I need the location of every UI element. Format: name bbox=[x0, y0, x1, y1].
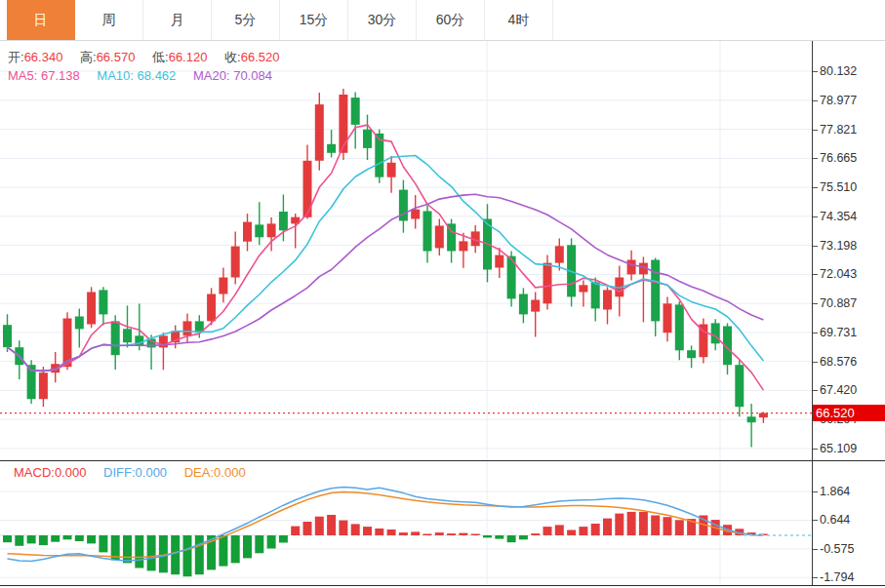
axis-line bbox=[812, 41, 813, 586]
ma10-legend: MA10: 68.462 bbox=[97, 68, 176, 83]
ma20-legend: MA20: 70.084 bbox=[193, 68, 272, 83]
price-tick-76.665: 76.665 bbox=[813, 150, 884, 166]
ma-legend: MA5: 67.138 MA10: 68.462 MA20: 70.084 bbox=[8, 68, 286, 83]
tab-timeframe-1[interactable]: 周 bbox=[75, 0, 143, 40]
price-tick-65.109: 65.109 bbox=[813, 441, 884, 456]
grid bbox=[0, 41, 812, 460]
tab-timeframe-6[interactable]: 60分 bbox=[417, 0, 485, 40]
candles bbox=[3, 89, 768, 447]
price-tick-68.576: 68.576 bbox=[813, 354, 884, 370]
ohlc-legend: 开:66.340 高:66.570 低:66.120 收:66.520 bbox=[8, 49, 293, 66]
dea-value: DEA:0.000 bbox=[184, 465, 246, 480]
tab-timeframe-0[interactable]: 日 bbox=[7, 0, 75, 40]
diff-line bbox=[8, 487, 764, 561]
tab-timeframe-7[interactable]: 4时 bbox=[485, 0, 553, 40]
tab-timeframe-4[interactable]: 15分 bbox=[280, 0, 348, 40]
macd-tick-0.644: 0.644 bbox=[813, 512, 884, 528]
ma5-line bbox=[8, 125, 764, 390]
ma10-line bbox=[8, 156, 764, 372]
diff-value: DIFF:0.000 bbox=[103, 465, 167, 480]
macd-tick--0.575: -0.575 bbox=[813, 541, 884, 557]
tab-timeframe-2[interactable]: 月 bbox=[143, 0, 212, 40]
macd-tick--1.794: -1.794 bbox=[813, 569, 884, 585]
price-tick-77.821: 77.821 bbox=[813, 122, 884, 137]
ma5-legend: MA5: 67.138 bbox=[8, 68, 80, 83]
price-tick-67.420: 67.420 bbox=[813, 382, 884, 398]
panel-divider bbox=[0, 460, 885, 461]
macd-legend: MACD:0.000 DIFF:0.000 DEA:0.000 bbox=[14, 465, 260, 480]
price-tick-73.198: 73.198 bbox=[813, 238, 884, 254]
price-tick-80.132: 80.132 bbox=[813, 63, 884, 79]
close-value: 收:66.520 bbox=[224, 50, 279, 64]
macd-tick-1.864: 1.864 bbox=[813, 484, 884, 499]
price-tick-72.043: 72.043 bbox=[813, 266, 884, 282]
macd-histogram bbox=[3, 512, 768, 576]
high-value: 高:66.570 bbox=[80, 50, 135, 64]
price-tick-78.977: 78.977 bbox=[813, 93, 884, 108]
ma20-line bbox=[8, 194, 764, 371]
tab-timeframe-3[interactable]: 5分 bbox=[212, 0, 280, 40]
trading-chart-widget: 日周月5分15分30分60分4时 开:66.340 高:66.570 低:66.… bbox=[0, 0, 885, 588]
macd-value: MACD:0.000 bbox=[14, 465, 86, 480]
price-tick-70.887: 70.887 bbox=[813, 295, 884, 311]
current-price-tag: 66.520 bbox=[813, 405, 885, 421]
low-value: 低:66.120 bbox=[152, 50, 207, 64]
open-value: 开:66.340 bbox=[8, 50, 62, 64]
price-tick-74.354: 74.354 bbox=[813, 209, 884, 224]
timeframe-tabbar: 日周月5分15分30分60分4时 bbox=[0, 0, 885, 41]
bottom-border bbox=[0, 585, 885, 586]
price-tick-75.510: 75.510 bbox=[813, 179, 884, 195]
candlestick-chart[interactable] bbox=[0, 41, 812, 460]
price-tick-69.731: 69.731 bbox=[813, 325, 884, 340]
tab-timeframe-5[interactable]: 30分 bbox=[348, 0, 417, 40]
